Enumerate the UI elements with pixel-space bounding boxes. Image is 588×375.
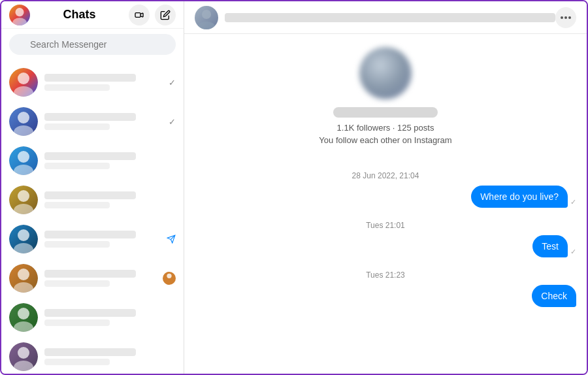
chat-info	[44, 74, 163, 91]
message-timestamp: Tues 21:23	[195, 270, 576, 280]
app-container: Chats	[1, 1, 587, 374]
chat-name	[44, 152, 136, 160]
chat-name	[44, 231, 136, 238]
chat-info	[44, 113, 163, 130]
svg-point-4	[18, 73, 29, 84]
message-bubble: Test	[532, 235, 568, 257]
chat-meta	[167, 235, 176, 244]
chat-preview	[44, 202, 110, 208]
main-chat: 1.1K followers · 125 posts You follow ea…	[184, 1, 587, 374]
chat-item[interactable]	[1, 337, 184, 374]
avatar	[9, 68, 38, 97]
chat-name	[44, 348, 136, 356]
messages-area: 28 Jun 2022, 21:04 Where do you live? ✓ …	[195, 161, 576, 310]
chat-preview	[44, 241, 110, 248]
message-check-icon: ✓	[570, 198, 576, 206]
message-row: Test ✓	[195, 235, 576, 257]
chat-meta: ✓	[169, 78, 176, 88]
chat-meta	[163, 272, 176, 285]
svg-point-9	[14, 165, 33, 175]
chat-body: 1.1K followers · 125 posts You follow ea…	[184, 34, 587, 374]
profile-follow-text: You follow each other on Instagram	[319, 135, 451, 145]
chat-info	[44, 152, 171, 169]
svg-rect-2	[135, 12, 140, 17]
svg-point-0	[15, 8, 24, 16]
more-options-button[interactable]	[555, 7, 576, 28]
svg-point-16	[167, 274, 171, 278]
chat-header	[184, 1, 587, 34]
search-wrapper	[9, 34, 176, 55]
message-row: Where do you live? ✓	[195, 186, 576, 208]
chat-list: ✓ ✓	[1, 60, 184, 374]
chat-name	[44, 74, 136, 82]
message-row: Check	[195, 285, 576, 307]
chat-name	[44, 309, 136, 317]
chat-preview	[44, 84, 110, 91]
svg-point-13	[14, 243, 33, 253]
sidebar-action-icons	[129, 5, 176, 25]
profile-stats: 1.1K followers · 125 posts	[337, 123, 434, 133]
svg-point-15	[14, 282, 33, 293]
svg-point-20	[14, 361, 33, 371]
profile-section: 1.1K followers · 125 posts You follow ea…	[319, 47, 451, 145]
chat-check-icon: ✓	[169, 117, 176, 127]
sidebar: Chats	[1, 1, 184, 374]
svg-point-24	[198, 22, 215, 29]
message-timestamp: 28 Jun 2022, 21:04	[195, 171, 576, 180]
search-input[interactable]	[9, 34, 176, 55]
chat-info	[44, 231, 161, 248]
message-bubble: Check	[532, 285, 576, 307]
svg-point-19	[18, 347, 29, 359]
chat-name	[44, 270, 136, 278]
chat-info	[44, 270, 157, 287]
chat-info	[44, 191, 171, 208]
svg-point-11	[14, 204, 33, 214]
svg-point-7	[14, 125, 33, 136]
video-call-button[interactable]	[129, 5, 150, 25]
svg-point-17	[18, 308, 29, 319]
svg-point-23	[202, 10, 211, 19]
avatar	[9, 186, 38, 214]
chat-preview	[44, 319, 110, 326]
contact-avatar	[195, 6, 218, 29]
contact-name-blur	[225, 13, 555, 22]
chat-meta: ✓	[169, 117, 176, 127]
svg-point-14	[18, 269, 29, 280]
profile-avatar-blurred	[359, 47, 412, 99]
sent-icon	[167, 235, 176, 244]
chat-preview	[44, 359, 110, 365]
chat-check-icon: ✓	[169, 78, 176, 88]
svg-point-8	[18, 151, 29, 163]
chat-preview	[44, 280, 110, 287]
chat-preview	[44, 163, 110, 169]
svg-point-5	[14, 86, 33, 97]
chat-info	[44, 348, 171, 365]
chat-preview	[44, 123, 110, 130]
avatar	[9, 342, 38, 371]
avatar	[9, 146, 38, 175]
chat-info	[44, 309, 171, 326]
sidebar-title: Chats	[30, 8, 129, 22]
svg-point-1	[12, 18, 27, 25]
profile-name-blurred	[333, 107, 438, 118]
svg-point-6	[18, 112, 29, 123]
chat-item[interactable]: ✓	[1, 63, 184, 102]
message-bubble: Where do you live?	[471, 186, 568, 208]
chat-item[interactable]	[1, 259, 184, 298]
chat-item[interactable]	[1, 298, 184, 337]
avatar	[9, 264, 38, 293]
svg-point-18	[14, 321, 33, 332]
sidebar-header: Chats	[1, 1, 184, 29]
avatar	[9, 107, 38, 136]
chat-item[interactable]	[1, 141, 184, 180]
chat-name	[44, 113, 136, 121]
user-avatar[interactable]	[9, 5, 30, 25]
chat-item[interactable]	[1, 180, 184, 220]
chat-item[interactable]	[1, 220, 184, 259]
message-check-icon: ✓	[570, 248, 576, 256]
message-timestamp: Tues 21:01	[195, 221, 576, 230]
search-container	[1, 29, 184, 60]
compose-button[interactable]	[155, 5, 176, 25]
chat-item[interactable]: ✓	[1, 102, 184, 141]
svg-point-12	[18, 229, 29, 241]
